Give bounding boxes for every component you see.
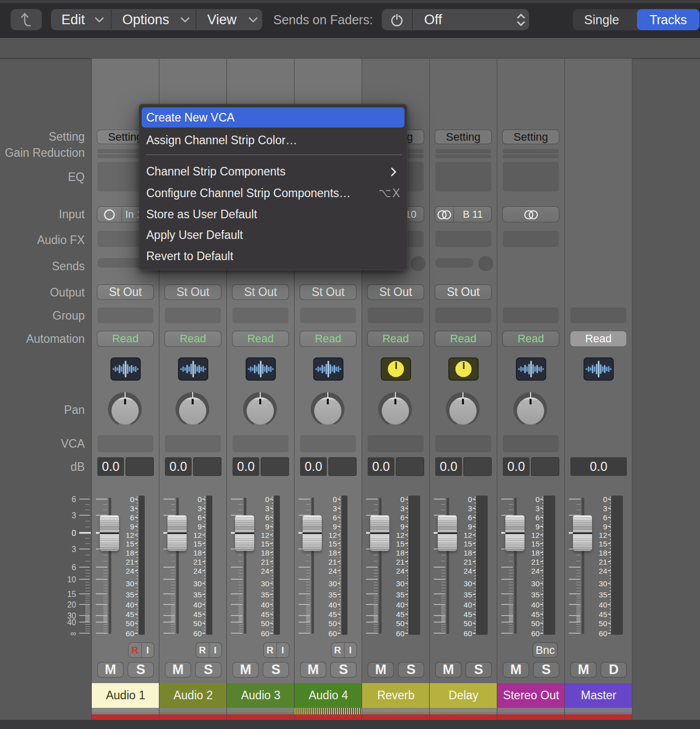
svg-text:6: 6 bbox=[72, 563, 76, 572]
svg-text:6: 6 bbox=[72, 495, 76, 504]
svg-text:40: 40 bbox=[67, 618, 76, 627]
svg-text:15: 15 bbox=[67, 590, 76, 598]
svg-text:0: 0 bbox=[72, 529, 76, 537]
svg-text:10: 10 bbox=[67, 575, 76, 584]
svg-text:3: 3 bbox=[72, 511, 76, 520]
svg-text:∞: ∞ bbox=[71, 629, 76, 636]
svg-text:3: 3 bbox=[72, 545, 76, 554]
svg-text:20: 20 bbox=[67, 600, 76, 609]
